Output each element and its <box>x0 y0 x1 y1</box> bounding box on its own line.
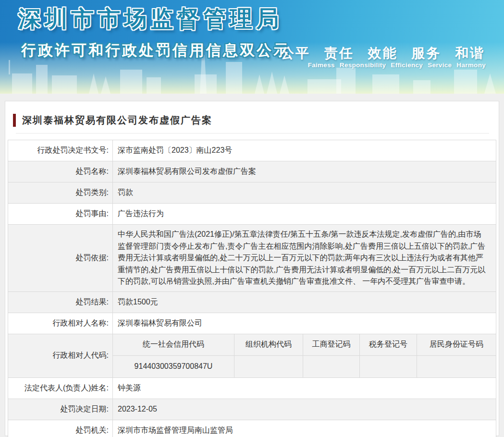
site-banner: 深圳市市场监督管理局 行政许可和行政处罚信用信息双公示 公平 责任 效能 服务 … <box>0 0 504 94</box>
banner-subtitle: 行政许可和行政处罚信用信息双公示 <box>21 40 290 61</box>
row-party-name: 行政相对人名称: 深圳泰福林贸易有限公司 <box>8 313 496 334</box>
row-label: 处罚机关: <box>8 420 113 437</box>
row-label: 行政相对人代码: <box>8 334 113 377</box>
row-value: 深圳泰福林贸易有限公司发布虚假广告案 <box>113 161 496 182</box>
row-label: 法定代表人(负责人)姓名: <box>8 378 113 399</box>
row-value: 广告违法行为 <box>113 204 496 224</box>
row-value: 2023-12-05 <box>113 399 496 420</box>
code-value-business-reg <box>303 356 360 377</box>
row-penalty-authority: 处罚机关: 深圳市市场监督管理局南山监管局 <box>8 420 496 437</box>
slogan-chinese: 公平 责任 效能 服务 和谐 <box>281 44 485 62</box>
row-value: 深圳市市场监督管理局南山监管局 <box>113 420 496 437</box>
row-value: 罚款 <box>113 182 496 203</box>
row-label: 处罚名称: <box>8 161 113 182</box>
row-label: 行政处罚决定书文号: <box>8 140 113 161</box>
row-penalty-reason: 处罚事由: 广告违法行为 <box>8 204 496 225</box>
row-value: 钟美源 <box>113 378 496 399</box>
row-value: 深市监南处罚〔2023〕南山223号 <box>113 140 496 161</box>
row-label: 处罚结果: <box>8 292 113 313</box>
row-value: 中华人民共和国广告法(2021修正)/第五章法律责任/第五十五条/第一款违反本法… <box>113 225 496 291</box>
code-header-id-number: 居民身份证号码 <box>417 334 496 355</box>
row-label: 处罚决定日期: <box>8 399 113 420</box>
case-title-row: 深圳泰福林贸易有限公司发布虚假广告案 <box>5 101 499 127</box>
row-penalty-name: 处罚名称: 深圳泰福林贸易有限公司发布虚假广告案 <box>8 161 496 182</box>
code-value-unified-credit: 91440300359700847U <box>113 356 234 377</box>
row-party-codes: 行政相对人代码: 统一社会信用代码 组织机构代码 工商登记码 税务登记号 居民身… <box>8 334 496 378</box>
row-decision-number: 行政处罚决定书文号: 深市监南处罚〔2023〕南山223号 <box>8 140 496 161</box>
row-value: 罚款1500元 <box>113 292 496 313</box>
code-value-tax-reg <box>360 356 417 377</box>
row-legal-representative: 法定代表人(负责人)姓名: 钟美源 <box>8 378 496 399</box>
slogan-english: Faimess Responsibility Efficiency Servic… <box>308 61 486 69</box>
row-label: 行政相对人名称: <box>8 313 113 334</box>
title-divider <box>16 133 489 134</box>
code-header-business-reg: 工商登记码 <box>303 334 360 355</box>
org-name-title: 深圳市市场监督管理局 <box>18 4 283 34</box>
title-marker-bar <box>13 114 16 127</box>
row-penalty-category: 处罚类别: 罚款 <box>8 182 496 204</box>
row-penalty-basis: 处罚依据: 中华人民共和国广告法(2021修正)/第五章法律责任/第五十五条/第… <box>8 225 496 292</box>
content-panel: 深圳泰福林贸易有限公司发布虚假广告案 行政处罚决定书文号: 深市监南处罚〔202… <box>5 101 499 436</box>
row-decision-date: 处罚决定日期: 2023-12-05 <box>8 399 496 420</box>
row-value: 深圳泰福林贸易有限公司 <box>113 313 496 334</box>
case-title: 深圳泰福林贸易有限公司发布虚假广告案 <box>22 114 212 127</box>
code-value-organization <box>234 356 303 377</box>
row-penalty-result: 处罚结果: 罚款1500元 <box>8 292 496 313</box>
code-header-unified-credit: 统一社会信用代码 <box>113 334 234 355</box>
code-header-organization: 组织机构代码 <box>234 334 303 355</box>
row-label: 处罚事由: <box>8 204 113 224</box>
row-label: 处罚依据: <box>8 225 113 291</box>
penalty-info-table: 行政处罚决定书文号: 深市监南处罚〔2023〕南山223号 处罚名称: 深圳泰福… <box>8 140 496 437</box>
row-label: 处罚类别: <box>8 182 113 203</box>
code-header-tax-reg: 税务登记号 <box>360 334 417 355</box>
party-codes-header-row: 统一社会信用代码 组织机构代码 工商登记码 税务登记号 居民身份证号码 <box>113 334 496 356</box>
party-codes-value-row: 91440300359700847U <box>113 356 496 377</box>
code-value-id-number <box>417 356 496 377</box>
party-codes-grid: 统一社会信用代码 组织机构代码 工商登记码 税务登记号 居民身份证号码 9144… <box>113 334 496 377</box>
